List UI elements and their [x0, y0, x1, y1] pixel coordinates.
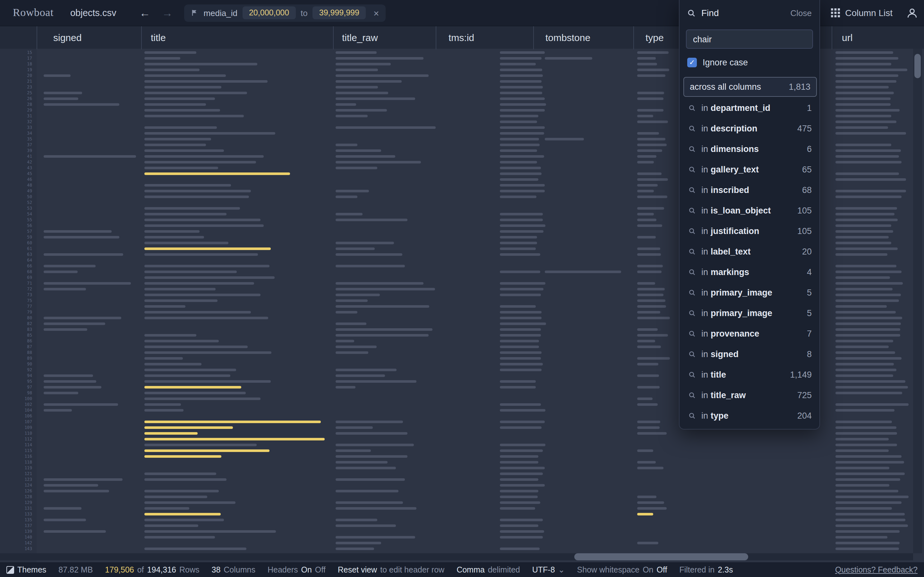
- find-result-in-primary_image[interactable]: inprimary_image5: [680, 282, 821, 303]
- redacted-text-bar: [835, 271, 901, 273]
- find-result-in-inscribed[interactable]: ininscribed68: [680, 179, 821, 200]
- column-header-label: url: [842, 26, 853, 49]
- encoding-select[interactable]: UTF-8 ⌄: [532, 565, 565, 574]
- find-result-in-title[interactable]: intitle1,149: [680, 364, 821, 385]
- find-input[interactable]: [686, 29, 813, 49]
- row-number: 20: [0, 73, 32, 79]
- vertical-scrollbar-thumb[interactable]: [914, 54, 921, 78]
- redacted-text-bar: [336, 311, 357, 314]
- row-count: 179,506 of 194,316 Rows: [105, 565, 199, 574]
- grid-icon: [831, 8, 840, 17]
- row-number: 139: [0, 529, 32, 535]
- redacted-text-bar: [835, 317, 902, 319]
- find-result-in-department_id[interactable]: indepartment_id1: [680, 97, 821, 118]
- redacted-text-bar: [44, 392, 78, 394]
- row-number: 60: [0, 240, 32, 246]
- column-header-title_raw[interactable]: title_raw: [333, 26, 436, 49]
- filter-field-label: media_id: [204, 8, 237, 18]
- delimiter-setting[interactable]: Comma delimited: [457, 565, 520, 574]
- row-number: 66: [0, 263, 32, 269]
- reset-view-button[interactable]: Reset view to edit header row: [338, 565, 444, 574]
- whitespace-off-button[interactable]: Off: [657, 565, 667, 574]
- ignore-case-checkbox[interactable]: ✓ Ignore case: [687, 58, 748, 67]
- result-column-name: department_id: [711, 103, 771, 113]
- filter-pill[interactable]: media_id 20,000,000 to 39,999,999 ×: [184, 4, 385, 21]
- filter-from-value[interactable]: 20,000,000: [242, 6, 296, 19]
- row-number: 142: [0, 540, 32, 546]
- search-icon: [688, 248, 696, 255]
- column-header-tms:id[interactable]: tms:id: [436, 26, 533, 49]
- find-summary-all-columns[interactable]: across all columns 1,813: [683, 77, 817, 97]
- redacted-text-bar: [637, 184, 658, 187]
- redacted-text-bar: [637, 178, 668, 181]
- back-button[interactable]: ←: [139, 7, 150, 18]
- row-number: 39: [0, 148, 32, 154]
- themes-button[interactable]: Themes: [6, 565, 46, 574]
- find-result-in-type[interactable]: intype204: [680, 405, 821, 426]
- column-header-signed[interactable]: signed: [37, 26, 141, 49]
- find-result-in-justification[interactable]: injustification105: [680, 221, 821, 241]
- find-result-in-signed[interactable]: insigned8: [680, 343, 821, 364]
- checkbox-checked-icon[interactable]: ✓: [687, 58, 697, 67]
- result-column-name: title: [711, 370, 726, 379]
- find-result-in-markings[interactable]: inmarkings4: [680, 261, 821, 282]
- whitespace-on-button[interactable]: On: [643, 565, 653, 574]
- result-column-name: is_loan_object: [711, 205, 771, 215]
- redacted-text-bar: [500, 501, 540, 504]
- redacted-text-bar: [637, 97, 664, 100]
- find-close-button[interactable]: Close: [790, 8, 812, 18]
- feedback-link[interactable]: Questions? Feedback?: [835, 565, 918, 574]
- find-result-in-primary_image[interactable]: inprimary_image5: [680, 303, 821, 323]
- find-result-in-dimensions[interactable]: indimensions6: [680, 139, 821, 159]
- redacted-text-bar: [637, 161, 654, 163]
- result-count: 7: [807, 329, 812, 338]
- find-result-in-gallery_text[interactable]: ingallery_text65: [680, 159, 821, 179]
- redacted-text-bar: [637, 461, 656, 464]
- row-number: 55: [0, 218, 32, 223]
- redacted-text-bar: [545, 57, 592, 60]
- match-highlight-bar: [144, 421, 321, 423]
- match-highlight-bar: [144, 513, 221, 516]
- redacted-text-bar: [637, 496, 656, 498]
- redacted-text-bar: [144, 369, 236, 371]
- horizontal-scrollbar-thumb[interactable]: [574, 553, 748, 560]
- redacted-text-bar: [835, 444, 897, 446]
- redacted-text-bar: [835, 334, 900, 337]
- row-number: 128: [0, 494, 32, 500]
- row-number: 50: [0, 194, 32, 200]
- find-result-in-is_loan_object[interactable]: inis_loan_object105: [680, 200, 821, 221]
- column-header-url[interactable]: url: [832, 26, 913, 49]
- column-header-label: title: [151, 26, 166, 49]
- filter-remove-button[interactable]: ×: [373, 7, 379, 18]
- find-result-in-title_raw[interactable]: intitle_raw725: [680, 385, 821, 405]
- headers-on-button[interactable]: On: [301, 565, 312, 574]
- redacted-text-bar: [835, 386, 908, 388]
- column-header-tombstone[interactable]: tombstone: [533, 26, 633, 49]
- redacted-text-bar: [500, 305, 536, 308]
- column-header-blank-0[interactable]: [0, 26, 37, 49]
- redacted-text-bar: [637, 236, 656, 239]
- row-number: 85: [0, 333, 32, 338]
- column-header-title[interactable]: title: [141, 26, 333, 49]
- redacted-text-bar: [835, 357, 901, 359]
- column-header-label: signed: [53, 26, 81, 49]
- forward-button[interactable]: →: [162, 7, 173, 18]
- redacted-text-bar: [500, 282, 545, 285]
- column-list-button[interactable]: Column List: [831, 8, 893, 18]
- find-panel: Find Close ✓ Ignore case across all colu…: [679, 0, 820, 430]
- headers-off-button[interactable]: Off: [315, 565, 326, 574]
- find-result-in-label_text[interactable]: inlabel_text20: [680, 241, 821, 261]
- filter-to-value[interactable]: 39,999,999: [313, 6, 366, 19]
- filename: objects.csv: [70, 8, 116, 18]
- user-account-button[interactable]: [907, 7, 918, 18]
- row-number: 53: [0, 206, 32, 211]
- horizontal-scrollbar[interactable]: [0, 553, 913, 560]
- redacted-text-bar: [144, 236, 204, 239]
- find-result-in-description[interactable]: indescription475: [680, 118, 821, 139]
- redacted-text-bar: [835, 213, 895, 215]
- find-result-in-provenance[interactable]: inprovenance7: [680, 323, 821, 343]
- vertical-scrollbar[interactable]: [913, 49, 922, 553]
- redacted-text-bar: [637, 213, 654, 215]
- redacted-text-bar: [835, 530, 900, 533]
- redacted-text-bar: [336, 455, 407, 458]
